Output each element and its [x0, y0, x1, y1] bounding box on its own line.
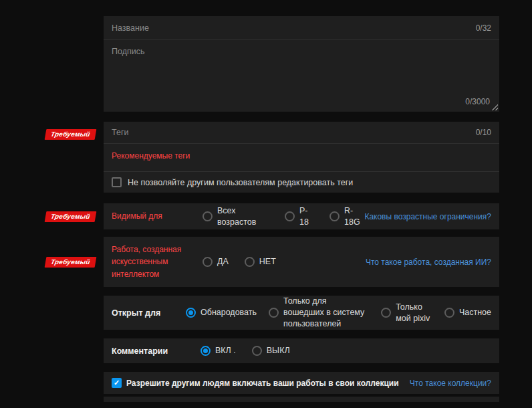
radio-icon [252, 346, 262, 356]
ai-generated-help-link[interactable]: Что такое работа, созданная ИИ? [366, 258, 491, 267]
tags-input[interactable] [112, 128, 476, 137]
ai-generated-row: Требуемый Работа, созданная искусственны… [0, 237, 532, 287]
radio-icon [203, 257, 213, 267]
radio-option-comments-on[interactable]: ВКЛ . [201, 345, 236, 356]
caption-field: 0/3000 [104, 40, 499, 112]
collections-label: Разрешите другим людям включать ваши раб… [126, 379, 399, 388]
radio-option-all-ages[interactable]: Всех возрастов [203, 205, 269, 228]
radio-label: P-18 [299, 205, 313, 228]
publish-scope-panel: Открыт для Обнародовать Только для вошед… [104, 296, 499, 330]
tags-panel: 0/10 Рекомендуемые теги Не позволяйте др… [104, 122, 499, 193]
gutter [0, 338, 104, 363]
radio-selected-icon [186, 308, 196, 318]
collections-row: ✓ Разрешите другим людям включать ваши р… [0, 372, 532, 394]
caption-textarea[interactable] [104, 40, 499, 112]
radio-icon [285, 211, 295, 221]
gutter [0, 397, 104, 402]
publish-scope-label: Открыт для [112, 308, 186, 318]
ai-generated-panel: Работа, созданная искусственным интеллек… [104, 237, 499, 287]
comments-panel: Комментарии ВКЛ . ВЫКЛ [104, 338, 499, 363]
collections-panel: ✓ Разрешите другим людям включать ваши р… [104, 372, 499, 394]
title-caption-panel: 0/32 0/3000 [104, 16, 499, 112]
radio-option-private[interactable]: Частное [444, 307, 491, 318]
radio-label: Только для вошедших в систему пользовате… [283, 296, 369, 330]
gutter: Требуемый [0, 237, 104, 287]
title-caption-row: 0/32 0/3000 [0, 16, 532, 112]
recommended-tags-label: Рекомендуемые теги [104, 144, 217, 171]
tags-row: Требуемый 0/10 Рекомендуемые теги Не поз… [0, 122, 532, 193]
radio-option-comments-off[interactable]: ВЫКЛ [252, 345, 290, 356]
radio-label: Только мой pixiv [396, 302, 432, 324]
required-badge: Требуемый [45, 129, 96, 140]
tag-lock-checkbox[interactable]: Не позволяйте другим пользователям редак… [104, 172, 499, 193]
age-restriction-help-link[interactable]: Каковы возрастные ограничения? [364, 212, 491, 221]
radio-option-public[interactable]: Обнародовать [186, 307, 257, 318]
gutter: Требуемый [0, 122, 104, 193]
radio-label: R-18G [344, 205, 364, 228]
gutter [0, 372, 104, 394]
radio-label: Частное [459, 307, 491, 318]
title-counter: 0/32 [476, 23, 491, 33]
required-badge: Требуемый [45, 211, 96, 222]
radio-option-ai-yes[interactable]: ДА [203, 256, 229, 268]
radio-label: ВЫКЛ [267, 345, 290, 356]
gutter [0, 16, 104, 112]
resize-handle-icon[interactable] [491, 104, 498, 110]
radio-icon [444, 308, 454, 318]
radio-label: Всех возрастов [217, 205, 269, 228]
radio-label: НЕТ [259, 256, 276, 268]
radio-icon [203, 211, 213, 221]
collections-checkbox[interactable]: ✓ Разрешите другим людям включать ваши р… [112, 378, 399, 388]
tags-counter: 0/10 [476, 128, 491, 137]
gutter: Требуемый [0, 203, 104, 229]
publish-scope-row: Открыт для Обнародовать Только для вошед… [0, 296, 532, 330]
checkbox-unchecked-icon [112, 177, 122, 187]
radio-option-r18g[interactable]: R-18G [329, 205, 364, 228]
radio-option-mypixiv-only[interactable]: Только мой pixiv [381, 302, 432, 324]
radio-icon [329, 211, 340, 221]
radio-icon [269, 308, 279, 318]
radio-selected-icon [201, 346, 211, 356]
age-restriction-label: Видимый для [112, 210, 203, 223]
radio-label: Обнародовать [201, 307, 257, 318]
checkbox-checked-icon: ✓ [112, 378, 122, 388]
ai-generated-options: ДА НЕТ [203, 256, 276, 268]
tag-lock-label: Не позволяйте другим пользователям редак… [128, 178, 353, 187]
age-restriction-panel: Видимый для Всех возрастов P-18 R-18G Ка… [104, 203, 499, 229]
required-badge: Требуемый [45, 257, 96, 268]
radio-option-r18[interactable]: P-18 [285, 205, 313, 228]
ai-generated-label: Работа, созданная искусственным интеллек… [112, 243, 203, 281]
radio-option-ai-no[interactable]: НЕТ [245, 256, 276, 268]
radio-icon [245, 257, 255, 267]
upload-form: 0/32 0/3000 Требуемый 0/10 Рекомендуемые… [0, 16, 532, 402]
title-field-row: 0/32 [104, 16, 499, 39]
comments-row: Комментарии ВКЛ . ВЫКЛ [0, 338, 532, 363]
gutter [0, 296, 104, 330]
check-icon: ✓ [114, 379, 120, 387]
caption-counter: 0/3000 [465, 97, 490, 106]
age-restriction-options: Всех возрастов P-18 R-18G [203, 205, 364, 228]
radio-icon [381, 308, 391, 318]
comments-options: ВКЛ . ВЫКЛ [201, 345, 290, 356]
radio-option-logged-in-only[interactable]: Только для вошедших в систему пользовате… [269, 296, 369, 330]
tags-field-row: 0/10 [104, 122, 499, 143]
radio-label: ВКЛ . [215, 345, 236, 356]
age-restriction-row: Требуемый Видимый для Всех возрастов P-1… [0, 203, 532, 229]
next-panel-partial [104, 397, 499, 402]
publish-scope-options: Обнародовать Только для вошедших в систе… [186, 296, 491, 330]
radio-label: ДА [217, 256, 229, 268]
title-input[interactable] [112, 23, 476, 33]
next-panel-partial-row [0, 397, 532, 402]
collections-help-link[interactable]: Что такое коллекции? [410, 379, 491, 388]
comments-label: Комментарии [112, 346, 201, 356]
